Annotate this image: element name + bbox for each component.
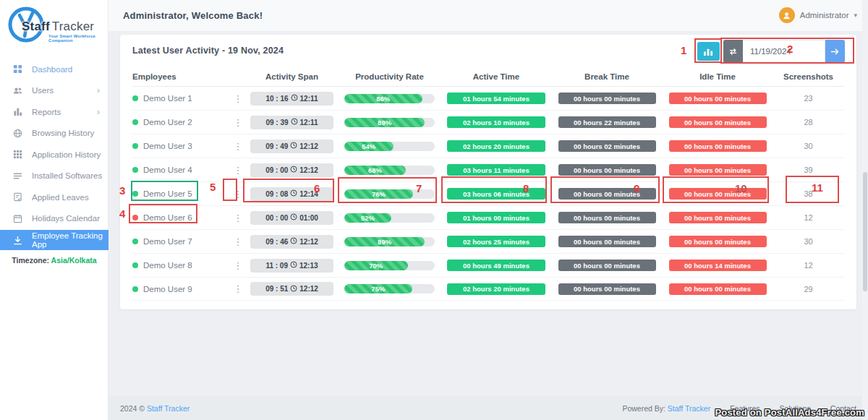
row-menu-button[interactable]: ⋮ <box>230 261 246 270</box>
idle-time-badge: 00 hours 00 minutes <box>669 93 767 104</box>
row-menu-button[interactable]: ⋮ <box>230 284 246 293</box>
break-time-badge: 00 hours 02 minutes <box>558 140 656 152</box>
active-time-badge: 03 hours 06 minutes <box>447 188 545 200</box>
active-time-badge: 02 hours 10 minutes <box>447 116 545 128</box>
clock-icon <box>290 142 297 150</box>
status-dot <box>132 119 138 125</box>
break-time-badge: 00 hours 00 minutes <box>558 236 656 247</box>
row-menu-button[interactable]: ⋮ <box>230 189 246 199</box>
productivity-bar: 75% <box>344 284 435 293</box>
screenshots-count: 12 <box>773 261 844 270</box>
employee-cell: Demo User 3 <box>132 142 230 150</box>
productivity-label: 52% <box>344 213 391 223</box>
date-input[interactable] <box>743 40 825 63</box>
clock-icon <box>291 118 298 127</box>
employee-cell: Demo User 5 <box>132 189 230 198</box>
col-break-time: Break Time <box>551 72 663 81</box>
sidebar-item-holidays-calendar[interactable]: Holidays Calendar <box>0 208 109 230</box>
table-row: Demo User 9⋮09 : 5112:1275%02 hours 20 m… <box>132 277 844 301</box>
clock-icon <box>291 94 298 103</box>
bar-chart-icon <box>703 47 714 56</box>
app-grid-icon <box>13 150 22 159</box>
screenshots-count: 30 <box>773 142 844 150</box>
row-menu-button[interactable]: ⋮ <box>230 118 246 127</box>
sidebar-item-label: Application History <box>32 150 101 159</box>
idle-time-badge: 00 hours 00 minutes <box>669 116 767 128</box>
status-dot <box>132 215 138 220</box>
col-activity-span: Activity Span <box>246 72 338 81</box>
user-menu[interactable]: Administrator ▾ <box>779 7 857 23</box>
idle-time-badge: 00 hours 14 minutes <box>669 260 767 271</box>
card-controls <box>697 40 845 63</box>
footer-brand-link[interactable]: Staff Tracker <box>147 404 190 413</box>
row-menu-button[interactable]: ⋮ <box>230 166 246 175</box>
sidebar-item-application-history[interactable]: Application History <box>0 144 109 166</box>
sidebar-item-label: Applied Leaves <box>32 193 89 202</box>
table-row: Demo User 7⋮09 : 4612:1289%02 hours 25 m… <box>132 229 844 253</box>
break-time-badge: 00 hours 00 minutes <box>558 260 656 271</box>
logo-title: StaffTracker <box>22 20 94 34</box>
span-end: 12:12 <box>299 142 318 150</box>
activity-span-pill: 09 : 0012:12 <box>250 163 333 177</box>
sidebar-item-browsing-history[interactable]: Browsing History <box>0 123 109 145</box>
reports-icon <box>13 107 22 116</box>
activity-span-pill: 00 : 0001:00 <box>250 211 333 225</box>
idle-time-badge: 00 hours 00 minutes <box>669 188 767 200</box>
employee-name: Demo User 9 <box>143 285 192 293</box>
scrollbar[interactable] <box>862 0 868 420</box>
status-dot <box>132 262 138 268</box>
active-time-badge: 01 hours 54 minutes <box>447 93 545 104</box>
employee-name: Demo User 7 <box>143 237 192 246</box>
sidebar-item-reports[interactable]: Reports› <box>0 101 109 123</box>
employee-name: Demo User 8 <box>143 261 192 270</box>
sidebar-item-applied-leaves[interactable]: Applied Leaves <box>0 187 109 208</box>
active-time-badge: 02 hours 20 minutes <box>447 283 545 295</box>
users-icon <box>13 86 22 95</box>
sidebar-item-installed-softwares[interactable]: Installed Softwares <box>0 166 109 187</box>
scrollbar-thumb[interactable] <box>863 172 867 291</box>
row-menu-button[interactable]: ⋮ <box>230 237 246 247</box>
table-body: Demo User 1⋮10 : 1612:1186%01 hours 54 m… <box>132 86 844 301</box>
screenshots-count: 39 <box>773 166 844 174</box>
list-icon <box>13 171 22 181</box>
employee-cell: Demo User 6 <box>132 213 230 222</box>
employee-name: Demo User 3 <box>143 142 192 150</box>
table-row: Demo User 2⋮09 : 3912:1189%02 hours 10 m… <box>132 110 844 134</box>
productivity-label: 70% <box>344 261 408 270</box>
span-start: 09 : 46 <box>265 238 288 246</box>
idle-time-badge: 00 hours 00 minutes <box>669 212 767 223</box>
span-start: 09 : 49 <box>265 142 288 150</box>
timezone: Timezone: Asia/Kolkata <box>0 256 109 265</box>
footer-copyright: 2024 © Staff Tracker <box>120 404 190 413</box>
row-menu-button[interactable]: ⋮ <box>230 94 246 103</box>
table-row: Demo User 3⋮09 : 4912:1254%02 hours 20 m… <box>132 134 844 158</box>
row-menu-button[interactable]: ⋮ <box>230 142 246 151</box>
date-sync-button[interactable] <box>723 40 743 63</box>
timezone-label: Timezone: <box>12 256 49 265</box>
clock-icon <box>290 166 297 174</box>
active-time-badge: 00 hours 49 minutes <box>447 260 545 271</box>
span-start: 00 : 00 <box>265 214 288 222</box>
sidebar-item-label: Users <box>32 86 54 95</box>
date-go-button[interactable] <box>825 40 845 63</box>
sidebar-item-dashboard[interactable]: Dashboard <box>0 59 109 80</box>
clock-icon <box>290 213 297 222</box>
powered-brand-link[interactable]: Staff Tracker <box>668 404 710 413</box>
span-start: 10 : 16 <box>265 95 288 103</box>
clock-icon <box>290 261 297 270</box>
break-time-badge: 00 hours 00 minutes <box>558 212 656 223</box>
productivity-bar: 52% <box>344 213 435 223</box>
chevron-down-icon: ▾ <box>854 12 857 19</box>
arrow-right-icon <box>830 48 840 56</box>
sidebar-item-users[interactable]: Users› <box>0 80 109 102</box>
row-menu-button[interactable]: ⋮ <box>230 213 246 223</box>
chevron-right-icon: › <box>97 107 100 117</box>
app-logo[interactable]: StaffTracker Your Smart Workforce Compan… <box>0 0 108 55</box>
chart-view-button[interactable] <box>697 42 720 61</box>
break-time-badge: 00 hours 22 minutes <box>558 116 656 128</box>
clock-icon <box>290 285 297 293</box>
span-end: 12:13 <box>299 262 318 270</box>
status-dot <box>132 95 138 101</box>
span-start: 09 : 08 <box>265 190 288 198</box>
sidebar-item-employee-tracking-app[interactable]: Employee Tracking App <box>0 230 109 250</box>
